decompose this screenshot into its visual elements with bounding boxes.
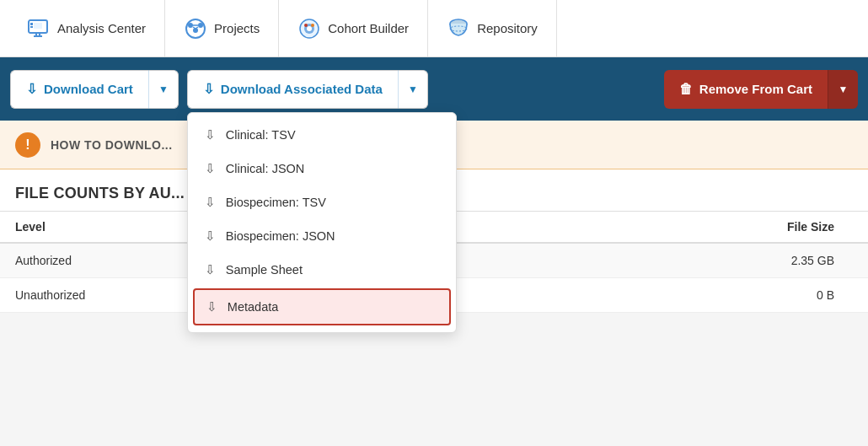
dropdown-item-biospecimen-tsv[interactable]: ⇩ Biospecimen: TSV (188, 185, 456, 219)
download-icon-metadata: ⇩ (206, 299, 217, 314)
dropdown-label-metadata: Metadata (228, 300, 278, 314)
chevron-down-icon: ▼ (158, 83, 169, 95)
download-associated-icon: ⇩ (203, 81, 214, 97)
remove-from-cart-label: Remove From Cart (699, 82, 812, 96)
download-cart-label: Download Cart (44, 82, 133, 96)
dropdown-label-biospecimen-tsv: Biospecimen: TSV (226, 196, 326, 209)
monitor-icon (27, 17, 51, 40)
download-cart-button[interactable]: ⇩ Download Cart (10, 70, 148, 109)
trash-icon: 🗑 (679, 82, 693, 97)
warning-icon-text: ! (25, 137, 29, 153)
download-associated-data-button[interactable]: ⇩ Download Associated Data (187, 70, 398, 109)
chevron-down-icon-3: ▼ (839, 83, 849, 95)
svg-point-17 (304, 24, 308, 27)
remove-from-cart-dropdown-button[interactable]: ▼ (828, 70, 858, 109)
svg-rect-2 (30, 23, 33, 25)
chevron-down-icon-2: ▼ (408, 83, 418, 95)
nav-label-projects: Projects (214, 21, 260, 35)
nav-label-repository: Repository (477, 21, 538, 35)
svg-point-10 (198, 23, 203, 28)
row-size-authorized: 2.35 GB (444, 243, 868, 278)
row-size-unauthorized: 0 B (444, 278, 868, 313)
nav-label-cohort-builder: Cohort Builder (328, 21, 409, 35)
nav-item-cohort-builder[interactable]: Cohort Builder (279, 0, 428, 56)
download-cart-dropdown-button[interactable]: ▼ (148, 70, 179, 109)
nav-item-projects[interactable]: Projects (165, 0, 279, 56)
nav-bar: Analysis Center Projects (0, 0, 868, 57)
repository-icon (447, 17, 470, 40)
dropdown-item-metadata[interactable]: ⇩ Metadata (193, 288, 451, 325)
dropdown-label-sample-sheet: Sample Sheet (226, 263, 303, 277)
cohort-icon (297, 17, 321, 40)
remove-from-cart-button[interactable]: 🗑 Remove From Cart (664, 70, 828, 109)
warning-icon: ! (15, 132, 40, 158)
download-icon-clinical-tsv: ⇩ (205, 127, 216, 142)
nav-label-analysis-center: Analysis Center (57, 21, 146, 35)
dropdown-label-biospecimen-json: Biospecimen: JSON (226, 229, 335, 243)
svg-point-16 (307, 26, 312, 31)
dropdown-label-clinical-tsv: Clinical: TSV (226, 128, 296, 142)
svg-rect-1 (34, 23, 42, 29)
download-cart-icon: ⇩ (26, 81, 37, 97)
dropdown-item-biospecimen-json[interactable]: ⇩ Biospecimen: JSON (188, 219, 456, 253)
dropdown-item-clinical-tsv[interactable]: ⇩ Clinical: TSV (188, 118, 456, 152)
svg-line-12 (193, 27, 196, 29)
download-associated-data-label: Download Associated Data (221, 82, 383, 96)
nav-item-repository[interactable]: Repository (428, 0, 557, 56)
nav-item-analysis-center[interactable]: Analysis Center (8, 0, 165, 56)
projects-icon (184, 17, 207, 40)
warning-text: HOW TO DOWNLO... (51, 138, 173, 152)
toolbar: ⇩ Download Cart ▼ ⇩ Download Associated … (0, 57, 868, 121)
remove-from-cart-group: 🗑 Remove From Cart ▼ (664, 70, 858, 109)
download-icon-clinical-json: ⇩ (205, 161, 216, 176)
dropdown-item-clinical-json[interactable]: ⇩ Clinical: JSON (188, 152, 456, 185)
svg-point-8 (188, 23, 193, 28)
dropdown-item-sample-sheet[interactable]: ⇩ Sample Sheet (188, 253, 456, 287)
svg-point-18 (311, 24, 314, 27)
svg-line-13 (196, 27, 198, 29)
svg-rect-3 (30, 26, 33, 28)
download-associated-data-dropdown-button[interactable]: ▼ (398, 70, 428, 109)
download-associated-data-group: ⇩ Download Associated Data ▼ ⇩ Clinical:… (187, 70, 428, 109)
download-icon-biospecimen-json: ⇩ (205, 228, 216, 244)
dropdown-label-clinical-json: Clinical: JSON (226, 162, 304, 175)
download-cart-group: ⇩ Download Cart ▼ (10, 70, 179, 109)
associated-data-dropdown-menu: ⇩ Clinical: TSV ⇩ Clinical: JSON ⇩ Biosp… (187, 112, 457, 333)
download-icon-biospecimen-tsv: ⇩ (205, 195, 216, 210)
download-icon-sample-sheet: ⇩ (205, 262, 216, 277)
column-header-file-size: File Size (444, 212, 868, 244)
